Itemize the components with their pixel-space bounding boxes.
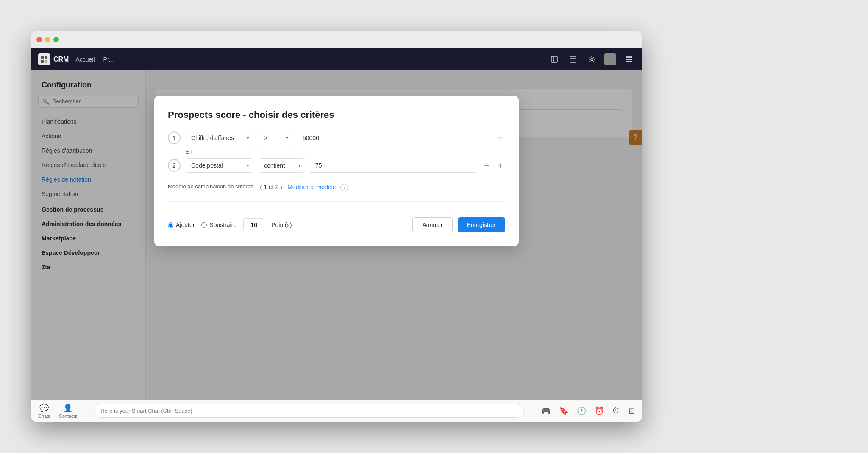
- et-label: ET: [168, 148, 505, 155]
- add-criteria-button[interactable]: +: [495, 160, 505, 171]
- operator-select-2[interactable]: contient: [259, 158, 305, 173]
- criteria-value-1[interactable]: [298, 131, 490, 145]
- remove-criteria-2-button[interactable]: −: [481, 160, 492, 171]
- gamepad-icon[interactable]: 🎮: [541, 406, 551, 416]
- nav-right: [548, 53, 635, 65]
- chats-button[interactable]: 💬 Chats: [38, 403, 50, 419]
- criteria-value-2[interactable]: [310, 159, 476, 173]
- bottom-bar: 💬 Chats 👤 Contacts 🎮 🔖 🕐 ⏰ ⏱ ⊞: [31, 400, 642, 422]
- svg-rect-11: [630, 56, 632, 58]
- cancel-button[interactable]: Annuler: [412, 217, 452, 232]
- settings-icon[interactable]: [586, 53, 598, 65]
- history-icon[interactable]: ⏱: [612, 406, 620, 415]
- criteria-actions-1: −: [495, 133, 505, 143]
- logo: CRM: [38, 53, 69, 65]
- operator-select-wrapper-1: >: [259, 131, 292, 145]
- svg-point-8: [591, 59, 593, 61]
- contacts-button[interactable]: 👤 Contacts: [59, 403, 77, 419]
- model-formula-container: ( 1 et 2 ) Modifier le modèle i: [260, 183, 348, 191]
- points-input[interactable]: [243, 218, 264, 231]
- model-label: Modèle de combinaison de critères: [168, 183, 253, 190]
- svg-rect-9: [626, 56, 628, 58]
- svg-rect-13: [628, 59, 630, 60]
- svg-rect-6: [570, 56, 576, 62]
- subtract-radio-group: Soustraire: [201, 221, 236, 228]
- main-content: Configuration 🔍 Planifications Actions R…: [31, 70, 642, 400]
- traffic-lights: [36, 37, 59, 42]
- time-icon[interactable]: 🕐: [577, 406, 586, 416]
- apps-icon[interactable]: [623, 53, 635, 65]
- svg-rect-0: [41, 56, 44, 59]
- criteria-modal: Prospects score - choisir des critères 1…: [154, 96, 519, 246]
- add-radio-label: Ajouter: [176, 221, 195, 228]
- layout-icon[interactable]: [567, 53, 579, 65]
- svg-rect-10: [628, 56, 630, 58]
- svg-rect-4: [551, 56, 557, 62]
- avatar[interactable]: [604, 53, 616, 65]
- svg-rect-3: [45, 60, 47, 63]
- criteria-number-1: 1: [168, 131, 181, 144]
- criteria-actions-2: − +: [481, 160, 505, 171]
- criteria-row-2: 2 Code postal contient − +: [168, 158, 505, 173]
- smart-chat-input[interactable]: [94, 404, 524, 418]
- add-radio[interactable]: [168, 222, 173, 228]
- model-formula: ( 1 et 2 ): [260, 184, 282, 190]
- field-select-wrapper-1: Chiffre d'affaires: [186, 131, 253, 145]
- modal-bottom: Ajouter Soustraire Point(s) Annuler Enre…: [168, 210, 505, 232]
- app-title: CRM: [53, 56, 69, 63]
- subtract-radio-label: Soustraire: [209, 221, 236, 228]
- grid-icon[interactable]: ⊞: [629, 406, 635, 416]
- points-label: Point(s): [271, 221, 292, 228]
- operator-select-1[interactable]: >: [259, 131, 292, 145]
- field-select-1[interactable]: Chiffre d'affaires: [186, 131, 253, 145]
- chats-icon: 💬: [39, 403, 49, 413]
- smart-chat-container: [94, 404, 524, 418]
- minimize-button[interactable]: [45, 37, 50, 42]
- subtract-radio[interactable]: [201, 222, 207, 228]
- close-button[interactable]: [36, 37, 42, 42]
- nav-prospects[interactable]: Pr...: [103, 56, 114, 63]
- criteria-number-2: 2: [168, 159, 181, 172]
- top-nav: CRM Accueil Pr...: [31, 48, 642, 70]
- titlebar: [31, 31, 642, 48]
- bottom-right-icons: 🎮 🔖 🕐 ⏰ ⏱ ⊞: [541, 406, 635, 416]
- svg-rect-15: [626, 61, 628, 62]
- add-radio-group: Ajouter: [168, 221, 195, 228]
- contacts-label: Contacts: [59, 414, 77, 419]
- modal-actions: Annuler Enregistrer: [412, 217, 505, 232]
- svg-rect-12: [626, 59, 628, 60]
- svg-rect-1: [45, 56, 47, 59]
- model-row: Modèle de combinaison de critères ( 1 et…: [168, 176, 505, 198]
- modal-title: Prospects score - choisir des critères: [168, 109, 505, 120]
- modal-overlay: Prospects score - choisir des critères 1…: [31, 70, 642, 400]
- bookmark-icon[interactable]: 🔖: [559, 406, 568, 416]
- new-tab-icon[interactable]: [548, 53, 560, 65]
- svg-rect-2: [41, 60, 44, 63]
- field-select-wrapper-2: Code postal: [186, 158, 253, 173]
- logo-icon: [38, 53, 50, 65]
- nav-accueil[interactable]: Accueil: [75, 56, 95, 63]
- svg-rect-16: [628, 61, 630, 62]
- maximize-button[interactable]: [53, 37, 59, 42]
- contacts-icon: 👤: [63, 403, 72, 413]
- chats-label: Chats: [38, 414, 50, 419]
- alarm-icon[interactable]: ⏰: [595, 406, 604, 416]
- modify-model-link[interactable]: Modifier le modèle: [287, 184, 336, 190]
- criteria-row-1: 1 Chiffre d'affaires > −: [168, 131, 505, 145]
- save-button[interactable]: Enregistrer: [458, 217, 505, 232]
- svg-rect-14: [630, 59, 632, 60]
- field-select-2[interactable]: Code postal: [186, 158, 253, 173]
- nav-links: Accueil Pr...: [75, 56, 114, 63]
- modal-divider: [168, 201, 505, 202]
- operator-select-wrapper-2: contient: [259, 158, 305, 173]
- info-icon[interactable]: i: [340, 184, 348, 191]
- svg-rect-17: [630, 61, 632, 62]
- remove-criteria-1-button[interactable]: −: [495, 133, 505, 143]
